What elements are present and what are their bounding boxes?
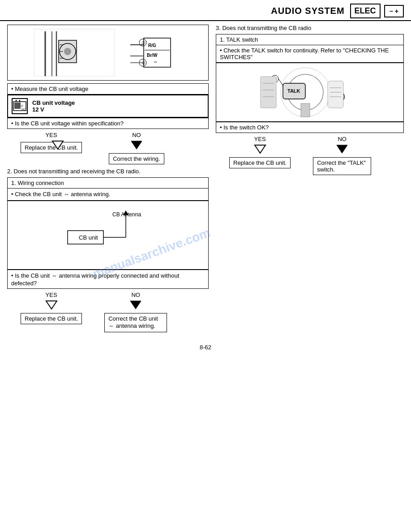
no-branch-2: NO Correct the CB unit ～ antenna wiring. xyxy=(104,292,167,332)
replace-cb-2: Replace the CB unit. xyxy=(21,313,82,324)
svg-text:DC: DC xyxy=(21,108,26,111)
svg-rect-23 xyxy=(14,103,21,109)
spec-value: 12 V xyxy=(32,106,75,113)
flow-row-2: YES Replace the CB unit. NO Correct the … xyxy=(7,292,209,332)
talk-diagram: TALK ① ⊕ xyxy=(216,63,404,122)
svg-text:CB unit: CB unit xyxy=(79,234,98,241)
svg-marker-56 xyxy=(255,145,265,153)
svg-rect-40 xyxy=(301,103,310,117)
correct-wiring-1: Correct the wiring. xyxy=(109,153,164,164)
battery-minus: − xyxy=(390,8,393,15)
yes-label-3: YES xyxy=(254,136,266,142)
talk-switch-label: 1. TALK switch xyxy=(216,34,403,45)
yes-label-1: YES xyxy=(46,132,57,138)
svg-text:R/G: R/G xyxy=(148,43,156,48)
battery-plus: + xyxy=(395,8,398,15)
page-number: 8-62 xyxy=(0,344,411,355)
replace-cb-3: Replace the CB unit. xyxy=(229,157,291,168)
left-column: ① ② R/G Br/W − • Measure the CB unit vol… xyxy=(7,25,209,335)
talk-switch-header: 1. TALK switch xyxy=(216,34,404,45)
correct-talk: Correct the "TALK" switch. xyxy=(313,157,371,175)
voltmeter-icon: V DC xyxy=(12,98,28,114)
elec-badge: ELEC xyxy=(350,4,381,18)
cb-wiring-diagram: ① ② R/G Br/W − xyxy=(7,25,209,81)
no-branch-1: NO Correct the wiring. xyxy=(109,132,164,164)
svg-marker-28 xyxy=(52,141,63,149)
arrow-yes-2 xyxy=(45,300,58,310)
page-header: AUDIO SYSTEM ELEC − + xyxy=(0,0,411,21)
antenna-svg: CB unit CB Antenna xyxy=(59,208,157,262)
svg-text:−: − xyxy=(154,58,157,65)
svg-marker-36 xyxy=(46,301,57,309)
no-label-2: NO xyxy=(131,292,140,298)
talk-diagram-svg: TALK ① ⊕ xyxy=(256,63,364,121)
wiring-connection-label: 1. Wiring connection xyxy=(8,178,208,188)
yes-branch-1: YES Replace the CB unit. xyxy=(21,132,82,153)
yes-branch-2: YES Replace the CB unit. xyxy=(21,292,82,324)
spec-text: CB unit voltage 12 V xyxy=(32,99,75,113)
main-content: ① ② R/G Br/W − • Measure the CB unit vol… xyxy=(0,25,411,335)
arrow-no-1 xyxy=(130,140,143,150)
no-label-3: NO xyxy=(338,136,347,142)
yes-label-2: YES xyxy=(46,292,57,298)
spec-box: V DC CB unit voltage 12 V xyxy=(7,94,209,118)
arrow-no-3 xyxy=(336,144,348,154)
check-wiring-text: • Check the CB unit ～ antenna wiring. xyxy=(7,189,209,201)
correct-antenna: Correct the CB unit ～ antenna wiring. xyxy=(104,313,167,332)
antenna-diagram: CB unit CB Antenna xyxy=(7,201,209,270)
measure-text: • Measure the CB unit voltage xyxy=(7,83,209,94)
question1: • Is the CB unit voltage within specific… xyxy=(7,118,209,129)
yes-branch-3: YES Replace the CB unit. xyxy=(229,136,291,168)
no-label-1: NO xyxy=(132,132,141,138)
wiring-diagram-svg: ① ② R/G Br/W − xyxy=(32,27,184,78)
section3-title: 3. Does not transmitting the CB radio xyxy=(216,25,404,31)
svg-point-6 xyxy=(64,48,71,55)
flow-row-1: YES Replace the CB unit. NO Correct the … xyxy=(7,132,209,164)
right-column: 3. Does not transmitting the CB radio 1.… xyxy=(216,25,404,335)
arrow-yes-3 xyxy=(254,144,266,154)
question3: • Is the switch OK? xyxy=(216,122,404,133)
battery-icon: − + xyxy=(384,5,404,17)
page-title: AUDIO SYSTEM xyxy=(271,6,344,16)
svg-marker-57 xyxy=(337,145,347,153)
arrow-no-2 xyxy=(129,300,142,310)
spec-label: CB unit voltage xyxy=(32,99,75,106)
svg-text:V: V xyxy=(21,104,23,107)
svg-rect-48 xyxy=(328,81,343,108)
svg-marker-29 xyxy=(131,141,142,149)
no-branch-3: NO Correct the "TALK" switch. xyxy=(313,136,371,175)
svg-text:TALK: TALK xyxy=(287,88,300,94)
svg-rect-52 xyxy=(261,77,276,108)
svg-text:CB Antenna: CB Antenna xyxy=(112,211,141,218)
svg-text:Br/W: Br/W xyxy=(147,53,158,58)
svg-marker-37 xyxy=(130,301,141,309)
question2: • Is the CB unit ～ antenna wiring proper… xyxy=(7,270,209,289)
flow-row-3: YES Replace the CB unit. NO Correct the … xyxy=(216,136,404,175)
arrow-yes-1 xyxy=(51,140,64,150)
section2-title: 2. Does not transmitting and receiving t… xyxy=(7,168,209,175)
svg-line-45 xyxy=(278,79,283,86)
wiring-connection-header: 1. Wiring connection xyxy=(7,177,209,189)
check-talk-text: • Check the TALK switch for continuity. … xyxy=(216,45,404,63)
